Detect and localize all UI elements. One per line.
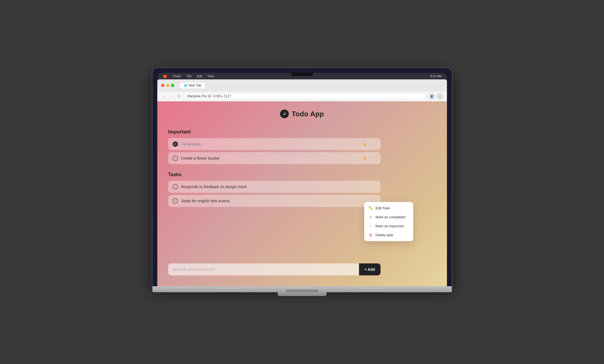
laptop-base <box>152 286 452 292</box>
context-menu-complete-label: Mark as completed <box>376 215 406 219</box>
browser-tab[interactable]: 🌐 New Tab <box>180 82 205 88</box>
context-menu-delete-label: Delete task <box>376 233 393 237</box>
laptop-stand <box>278 292 327 296</box>
fullscreen-window-button[interactable] <box>171 84 174 87</box>
reload-button[interactable]: ↻ <box>176 94 182 99</box>
tasks-section: Tasks ○ Responds to feedback on design m… <box>168 172 381 207</box>
task-more-button[interactable]: ··· <box>370 155 376 161</box>
camera-notch <box>291 73 313 76</box>
task-complete-toggle[interactable]: ○ <box>173 155 178 161</box>
menu-button[interactable]: ⋮ <box>437 93 443 99</box>
task-item: ○ Create a flower bucket ★ ··· <box>168 152 381 164</box>
macbar-finder[interactable]: Finder <box>173 74 181 78</box>
tab-label: New Tab <box>189 83 201 87</box>
context-menu-important-label: Mark as important <box>376 224 404 228</box>
macbar-view[interactable]: View <box>207 74 214 78</box>
macbar-file[interactable]: File <box>187 74 192 78</box>
tab-favicon-icon: 🌐 <box>184 84 187 87</box>
forward-button[interactable]: › <box>169 94 174 99</box>
context-menu-delete[interactable]: 🗑 Delete task <box>364 231 413 239</box>
task-item: ○ Responds to feedback on design mock ☆ … <box>168 181 381 193</box>
laptop-hinge-notch <box>286 290 318 292</box>
task-item: ✓ Fix UI Bugs ★ ··· <box>168 138 381 150</box>
task-complete-toggle[interactable]: ✓ <box>173 141 178 147</box>
task-label: Responds to feedback on design mock <box>181 185 362 189</box>
task-actions: ☆ ··· <box>362 184 376 189</box>
delete-icon: 🗑 <box>369 233 373 237</box>
important-section-title: Important <box>168 129 381 135</box>
context-menu: ✏️ Edit Task ◎ Mark as completed ☆ Mark … <box>364 202 413 241</box>
app-title-text: Todo App <box>292 110 324 118</box>
context-menu-complete[interactable]: ◎ Mark as completed <box>364 213 413 222</box>
laptop-wrapper: 🍎 Finder File Edit View 9:41 AM <box>152 68 452 296</box>
minimize-window-button[interactable] <box>166 84 169 87</box>
task-star-button[interactable]: ★ <box>362 155 367 161</box>
context-menu-edit-label: Edit Task <box>376 206 390 210</box>
edit-icon: ✏️ <box>369 206 373 210</box>
profile-button[interactable]: 👤 <box>428 93 435 99</box>
context-menu-edit[interactable]: ✏️ Edit Task <box>364 204 413 213</box>
browser-window: 🌐 New Tab ‹ › ↻ 👤 ⋮ ✓ <box>157 79 447 286</box>
complete-icon: ◎ <box>369 215 373 219</box>
app-header: ✓ Todo App <box>168 110 436 118</box>
add-task-input[interactable] <box>168 263 359 275</box>
task-actions: ★ ··· <box>362 141 376 147</box>
close-window-button[interactable] <box>161 84 164 87</box>
task-label: Study for english ielts exams <box>181 199 362 203</box>
task-more-button[interactable]: ··· <box>370 141 376 147</box>
important-section: Important ✓ Fix UI Bugs ★ ··· ○ Create a… <box>168 129 381 164</box>
add-task-button[interactable]: + Add <box>359 263 381 275</box>
add-task-bar: + Add <box>168 263 381 275</box>
task-star-button[interactable]: ☆ <box>362 184 367 189</box>
laptop-bezel: 🍎 Finder File Edit View 9:41 AM <box>152 68 452 286</box>
macbar-time: 9:41 AM <box>430 74 441 78</box>
task-more-button[interactable]: ··· <box>370 184 376 189</box>
task-actions: ★ ··· <box>362 155 376 161</box>
address-input[interactable] <box>184 93 426 99</box>
macbar-edit[interactable]: Edit <box>197 74 202 78</box>
app-content: ✓ Todo App Important ✓ Fix UI Bugs ★ ··· <box>157 101 447 286</box>
tab-bar: 🌐 New Tab <box>180 82 205 88</box>
app-logo-icon: ✓ <box>280 110 289 118</box>
task-label: Create a flower bucket <box>181 156 362 160</box>
task-star-button[interactable]: ★ <box>362 141 367 147</box>
macbar-left: 🍎 Finder File Edit View <box>163 74 214 78</box>
back-button[interactable]: ‹ <box>161 94 167 99</box>
app-title: ✓ Todo App <box>280 110 324 118</box>
task-item: ○ Study for english ielts exams ☆ ··· <box>168 195 381 207</box>
task-complete-toggle[interactable]: ○ <box>173 198 178 204</box>
traffic-lights <box>161 84 174 87</box>
macbar-right: 9:41 AM <box>430 74 441 78</box>
task-label: Fix UI Bugs <box>181 142 362 146</box>
browser-actions: 👤 ⋮ <box>428 93 443 99</box>
apple-logo-icon: 🍎 <box>163 74 167 78</box>
task-complete-toggle[interactable]: ○ <box>173 184 178 189</box>
tasks-section-title: Tasks <box>168 172 381 178</box>
address-bar-row: ‹ › ↻ 👤 ⋮ <box>157 91 447 101</box>
browser-titlebar: 🌐 New Tab <box>157 79 447 91</box>
important-icon: ☆ <box>369 224 373 228</box>
context-menu-important[interactable]: ☆ Mark as important <box>364 222 413 231</box>
